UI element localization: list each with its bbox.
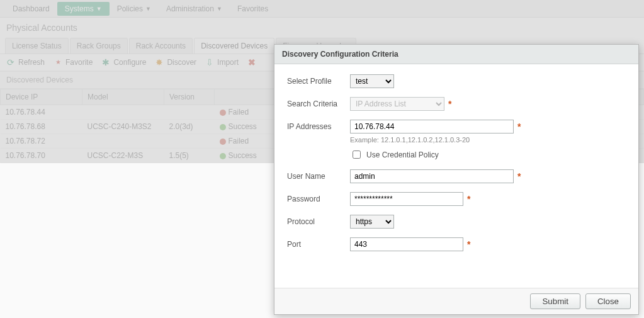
modal-title: Discovery Configuration Criteria: [274, 45, 638, 64]
submit-button[interactable]: Submit: [530, 293, 580, 309]
discovery-modal: Discovery Configuration Criteria Select …: [274, 44, 639, 315]
required-icon: *: [467, 194, 470, 204]
close-button[interactable]: Close: [585, 293, 631, 309]
use-credential-policy-checkbox[interactable]: [353, 150, 361, 159]
required-icon: *: [448, 99, 451, 109]
password-input[interactable]: [350, 192, 463, 206]
protocol-dropdown[interactable]: https: [350, 215, 394, 229]
ip-addresses-label: IP Addresses: [287, 122, 350, 131]
required-icon: *: [467, 239, 470, 249]
password-label: Password: [287, 195, 350, 203]
port-input[interactable]: [350, 237, 463, 251]
search-criteria-dropdown[interactable]: IP Address List: [350, 97, 444, 111]
select-profile-dropdown[interactable]: test: [350, 74, 394, 88]
search-criteria-label: Search Criteria: [287, 99, 350, 108]
ip-addresses-input[interactable]: [350, 120, 514, 133]
username-label: User Name: [287, 172, 350, 181]
required-icon: *: [517, 171, 521, 181]
protocol-label: Protocol: [287, 217, 350, 226]
required-icon: *: [517, 122, 521, 132]
ip-hint: Example: 12.1.0.1,12.1.0.2,12.1.0.3-20: [350, 136, 626, 144]
use-credential-policy-label: Use Credential Policy: [366, 150, 439, 159]
select-profile-label: Select Profile: [287, 77, 350, 86]
username-input[interactable]: [350, 169, 514, 183]
port-label: Port: [287, 240, 350, 249]
